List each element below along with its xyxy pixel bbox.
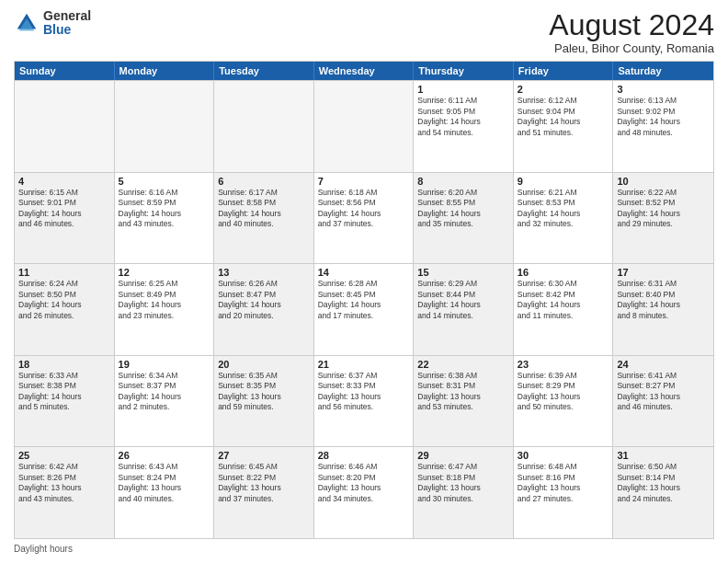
location: Paleu, Bihor County, Romania [549,41,714,55]
day-number: 5 [119,176,210,187]
calendar-header: SundayMondayTuesdayWednesdayThursdayFrid… [15,62,713,80]
page: General Blue August 2024 Paleu, Bihor Co… [0,0,728,563]
day-cell-14: 14Sunrise: 6:28 AM Sunset: 8:45 PM Dayli… [314,264,415,355]
day-number: 14 [318,267,410,278]
day-info: Sunrise: 6:30 AM Sunset: 8:42 PM Dayligh… [518,279,609,321]
day-number: 8 [417,176,509,187]
day-info: Sunrise: 6:22 AM Sunset: 8:52 PM Dayligh… [617,188,710,230]
day-number: 11 [18,267,110,278]
day-info: Sunrise: 6:16 AM Sunset: 8:59 PM Dayligh… [119,188,210,230]
empty-cell-0-2 [214,81,314,172]
empty-cell-0-3 [314,81,415,172]
day-info: Sunrise: 6:50 AM Sunset: 8:14 PM Dayligh… [617,462,710,504]
day-info: Sunrise: 6:24 AM Sunset: 8:50 PM Dayligh… [18,279,110,321]
day-number: 13 [218,267,310,278]
day-cell-11: 11Sunrise: 6:24 AM Sunset: 8:50 PM Dayli… [15,264,115,355]
footer: Daylight hours [14,544,714,554]
day-info: Sunrise: 6:47 AM Sunset: 8:18 PM Dayligh… [417,462,509,504]
day-cell-3: 3Sunrise: 6:13 AM Sunset: 9:02 PM Daylig… [613,81,713,172]
day-number: 28 [318,450,410,461]
day-cell-19: 19Sunrise: 6:34 AM Sunset: 8:37 PM Dayli… [115,356,215,447]
day-number: 30 [518,450,609,461]
day-cell-13: 13Sunrise: 6:26 AM Sunset: 8:47 PM Dayli… [214,264,314,355]
day-number: 3 [617,84,710,95]
day-cell-26: 26Sunrise: 6:43 AM Sunset: 8:24 PM Dayli… [115,447,215,538]
title-block: August 2024 Paleu, Bihor County, Romania [549,9,714,55]
header-day-monday: Monday [115,62,215,80]
day-info: Sunrise: 6:21 AM Sunset: 8:53 PM Dayligh… [518,188,609,230]
calendar-row-3: 11Sunrise: 6:24 AM Sunset: 8:50 PM Dayli… [15,263,713,355]
day-cell-8: 8Sunrise: 6:20 AM Sunset: 8:55 PM Daylig… [414,173,514,264]
day-cell-22: 22Sunrise: 6:38 AM Sunset: 8:31 PM Dayli… [414,356,514,447]
day-number: 19 [119,359,210,370]
day-info: Sunrise: 6:41 AM Sunset: 8:27 PM Dayligh… [617,371,710,413]
month-title: August 2024 [549,9,714,41]
day-cell-23: 23Sunrise: 6:39 AM Sunset: 8:29 PM Dayli… [514,356,614,447]
day-number: 6 [218,176,310,187]
header: General Blue August 2024 Paleu, Bihor Co… [14,9,714,55]
day-number: 2 [518,84,609,95]
day-number: 7 [318,176,410,187]
day-info: Sunrise: 6:38 AM Sunset: 8:31 PM Dayligh… [417,371,509,413]
day-info: Sunrise: 6:34 AM Sunset: 8:37 PM Dayligh… [119,371,210,413]
calendar-body: 1Sunrise: 6:11 AM Sunset: 9:05 PM Daylig… [15,80,713,538]
day-cell-20: 20Sunrise: 6:35 AM Sunset: 8:35 PM Dayli… [214,356,314,447]
day-number: 20 [218,359,310,370]
day-number: 29 [417,450,509,461]
day-number: 24 [617,359,710,370]
day-cell-25: 25Sunrise: 6:42 AM Sunset: 8:26 PM Dayli… [15,447,115,538]
day-cell-4: 4Sunrise: 6:15 AM Sunset: 9:01 PM Daylig… [15,173,115,264]
day-info: Sunrise: 6:42 AM Sunset: 8:26 PM Dayligh… [18,462,110,504]
day-info: Sunrise: 6:39 AM Sunset: 8:29 PM Dayligh… [518,371,609,413]
day-info: Sunrise: 6:29 AM Sunset: 8:44 PM Dayligh… [417,279,509,321]
day-number: 10 [617,176,710,187]
day-info: Sunrise: 6:17 AM Sunset: 8:58 PM Dayligh… [218,188,310,230]
day-info: Sunrise: 6:28 AM Sunset: 8:45 PM Dayligh… [318,279,410,321]
calendar: SundayMondayTuesdayWednesdayThursdayFrid… [14,61,714,539]
calendar-row-5: 25Sunrise: 6:42 AM Sunset: 8:26 PM Dayli… [15,446,713,538]
day-cell-30: 30Sunrise: 6:48 AM Sunset: 8:16 PM Dayli… [514,447,614,538]
day-number: 25 [18,450,110,461]
day-number: 27 [218,450,310,461]
day-cell-1: 1Sunrise: 6:11 AM Sunset: 9:05 PM Daylig… [414,81,514,172]
day-cell-21: 21Sunrise: 6:37 AM Sunset: 8:33 PM Dayli… [314,356,415,447]
day-cell-31: 31Sunrise: 6:50 AM Sunset: 8:14 PM Dayli… [613,447,713,538]
header-day-sunday: Sunday [15,62,115,80]
day-number: 15 [417,267,509,278]
day-info: Sunrise: 6:11 AM Sunset: 9:05 PM Dayligh… [417,96,509,138]
day-number: 18 [18,359,110,370]
header-day-thursday: Thursday [414,62,514,80]
empty-cell-0-1 [115,81,215,172]
header-day-friday: Friday [514,62,614,80]
day-cell-6: 6Sunrise: 6:17 AM Sunset: 8:58 PM Daylig… [214,173,314,264]
calendar-row-1: 1Sunrise: 6:11 AM Sunset: 9:05 PM Daylig… [15,80,713,172]
header-day-tuesday: Tuesday [214,62,314,80]
logo-general: General [43,9,91,23]
day-info: Sunrise: 6:15 AM Sunset: 9:01 PM Dayligh… [18,188,110,230]
day-info: Sunrise: 6:25 AM Sunset: 8:49 PM Dayligh… [119,279,210,321]
day-number: 1 [417,84,509,95]
day-cell-27: 27Sunrise: 6:45 AM Sunset: 8:22 PM Dayli… [214,447,314,538]
calendar-row-4: 18Sunrise: 6:33 AM Sunset: 8:38 PM Dayli… [15,355,713,447]
day-number: 21 [318,359,410,370]
footer-note: Daylight hours [14,544,73,554]
day-info: Sunrise: 6:45 AM Sunset: 8:22 PM Dayligh… [218,462,310,504]
day-info: Sunrise: 6:33 AM Sunset: 8:38 PM Dayligh… [18,371,110,413]
day-cell-7: 7Sunrise: 6:18 AM Sunset: 8:56 PM Daylig… [314,173,415,264]
day-info: Sunrise: 6:13 AM Sunset: 9:02 PM Dayligh… [617,96,710,138]
day-number: 23 [518,359,609,370]
logo-text: General Blue [43,9,91,38]
day-cell-29: 29Sunrise: 6:47 AM Sunset: 8:18 PM Dayli… [414,447,514,538]
day-cell-24: 24Sunrise: 6:41 AM Sunset: 8:27 PM Dayli… [613,356,713,447]
day-number: 17 [617,267,710,278]
day-cell-5: 5Sunrise: 6:16 AM Sunset: 8:59 PM Daylig… [115,173,215,264]
day-cell-15: 15Sunrise: 6:29 AM Sunset: 8:44 PM Dayli… [414,264,514,355]
day-info: Sunrise: 6:37 AM Sunset: 8:33 PM Dayligh… [318,371,410,413]
day-info: Sunrise: 6:26 AM Sunset: 8:47 PM Dayligh… [218,279,310,321]
logo-blue-text: Blue [43,23,91,37]
day-cell-2: 2Sunrise: 6:12 AM Sunset: 9:04 PM Daylig… [514,81,614,172]
day-info: Sunrise: 6:31 AM Sunset: 8:40 PM Dayligh… [617,279,710,321]
logo: General Blue [14,9,91,38]
empty-cell-0-0 [15,81,115,172]
day-number: 22 [417,359,509,370]
